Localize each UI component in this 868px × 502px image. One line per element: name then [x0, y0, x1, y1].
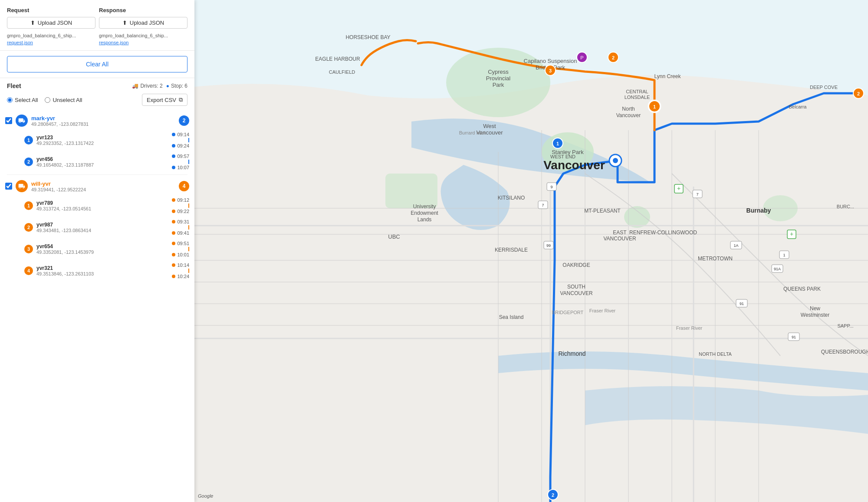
truck-icon: 🚚: [132, 83, 138, 89]
export-csv-button[interactable]: Export CSV ⧉: [142, 94, 187, 106]
svg-text:HORSESHOE BAY: HORSESHOE BAY: [345, 34, 390, 40]
driver-name-will-yvr: will-yvr: [31, 180, 175, 187]
svg-text:91A: 91A: [774, 267, 781, 271]
stop-time-end-yvr654: 10:01: [172, 252, 189, 257]
unselect-all-label[interactable]: Unselect All: [45, 97, 82, 103]
clear-all-button[interactable]: Clear All: [7, 56, 187, 72]
driver-badge-mark-yvr: 2: [179, 115, 189, 126]
time-line: [188, 138, 189, 142]
map-area[interactable]: Cypress Provincial Park HORSESHOE BAY EA…: [194, 0, 868, 502]
svg-text:2: 2: [552, 492, 554, 498]
svg-text:CENTRAL: CENTRAL: [626, 89, 648, 94]
svg-text:UBC: UBC: [388, 233, 400, 240]
stop-time-end-yvr321: 10:24: [172, 274, 189, 279]
driver-name-mark-yvr: mark-yvr: [31, 115, 175, 121]
driver-checkbox-will-yvr[interactable]: [5, 183, 12, 190]
time-dot: [172, 154, 175, 158]
svg-text:2: 2: [612, 55, 615, 60]
stop-row-yvr789[interactable]: 1yvr78949.313724, -123.051456109:1209:22: [0, 195, 194, 217]
svg-text:Vancouver: Vancouver: [616, 112, 641, 118]
stop-id-yvr987: yvr987: [36, 222, 168, 228]
svg-text:91: 91: [792, 335, 796, 339]
svg-text:3: 3: [549, 68, 552, 73]
time-dot: [172, 166, 175, 169]
time-dot: [172, 275, 175, 278]
time-dot: [172, 133, 175, 136]
svg-text:1: 1: [556, 141, 559, 146]
response-file-link[interactable]: response.json: [99, 40, 187, 45]
svg-text:7: 7: [542, 203, 544, 207]
svg-text:Richmond: Richmond: [558, 350, 585, 357]
time-dot: [172, 144, 175, 148]
select-row: Select All Unselect All Export CSV ⧉: [0, 92, 194, 109]
stop-row-yvr321[interactable]: 4yvr32149.3513846, -123.263110310:1410:2…: [0, 260, 194, 282]
stop-time-end-yvr789: 09:22: [172, 209, 189, 214]
svg-text:Park: Park: [493, 82, 504, 88]
driver-badge-will-yvr: 4: [179, 181, 189, 191]
map-svg: Cypress Provincial Park HORSESHOE BAY EA…: [194, 0, 868, 502]
stop-coords-yvr321: 49.3513846, -123.2631103: [36, 271, 168, 276]
svg-text:SAPP...: SAPP...: [837, 323, 853, 328]
svg-text:1: 1: [653, 104, 656, 109]
driver-checkbox-mark-yvr[interactable]: [5, 117, 12, 124]
time-dot: [172, 253, 175, 256]
stop-info-yvr654: yvr65449.3352081, -123.1453979: [36, 243, 168, 255]
svg-text:Fraser River: Fraser River: [589, 308, 616, 313]
google-attribution: Google: [198, 493, 213, 499]
stop-time-start-yvr789: 09:12: [172, 197, 189, 203]
fleet-title: Fleet: [7, 82, 128, 89]
svg-text:BRIDGEPORT: BRIDGEPORT: [552, 310, 584, 315]
svg-text:+: +: [790, 230, 793, 237]
stop-time-start-yvr987: 09:31: [172, 219, 189, 224]
stop-id-yvr456: yvr456: [36, 156, 168, 162]
svg-text:DEEP COVE: DEEP COVE: [810, 85, 838, 90]
stop-info-yvr987: yvr98749.343481, -123.0863414: [36, 222, 168, 233]
stop-id-yvr321: yvr321: [36, 265, 168, 271]
time-line: [188, 160, 189, 164]
upload-icon: ⬆: [30, 20, 35, 26]
stop-row-yvr987[interactable]: 2yvr98749.343481, -123.086341409:3109:41: [0, 217, 194, 238]
stop-row-yvr123[interactable]: 1yvr12349.2923352, -123.131742209:1409:2…: [0, 129, 194, 151]
response-label: Response: [99, 7, 187, 13]
select-all-radio[interactable]: [7, 97, 13, 103]
driver-coords-will-yvr: 49.319441, -122.9522224: [31, 187, 175, 192]
stop-time-end-yvr987: 09:41: [172, 230, 189, 236]
left-panel: Request ⬆ Upload JSON gmpro_load_balanci…: [0, 0, 194, 502]
unselect-all-radio[interactable]: [45, 97, 50, 103]
stop-row-yvr456[interactable]: 2yvr45649.1654802, -123.118788709:5710:0…: [0, 151, 194, 173]
upload-json-response-button[interactable]: ⬆ Upload JSON: [99, 17, 187, 29]
svg-text:New: New: [810, 305, 820, 312]
req-resp-section: Request ⬆ Upload JSON gmpro_load_balanci…: [0, 0, 194, 51]
upload-json-request-button[interactable]: ⬆ Upload JSON: [7, 17, 95, 29]
svg-text:SOUTH: SOUTH: [567, 284, 585, 290]
driver-section-will-yvr: will-yvr49.319441, -122.952222441yvr7894…: [0, 177, 194, 282]
stop-time-start-yvr123: 09:14: [172, 132, 189, 137]
select-all-label[interactable]: Select All: [7, 97, 38, 103]
upload-icon-2: ⬆: [122, 20, 127, 26]
driver-icon-will-yvr: [16, 180, 28, 192]
svg-text:P: P: [580, 55, 583, 60]
svg-point-3: [624, 206, 650, 228]
svg-text:2: 2: [857, 91, 860, 96]
svg-text:QUEENS PARK: QUEENS PARK: [783, 286, 821, 292]
location-icon: ●: [166, 83, 169, 89]
stop-row-yvr654[interactable]: 3yvr65449.3352081, -123.145397909:5110:0…: [0, 238, 194, 260]
svg-text:NORTH DELTA: NORTH DELTA: [699, 351, 732, 357]
stop-coords-yvr987: 49.343481, -123.0863414: [36, 228, 168, 233]
svg-text:VANCOUVER: VANCOUVER: [560, 290, 592, 296]
stop-info-yvr789: yvr78949.313724, -123.0514561: [36, 200, 168, 211]
stop-times-yvr456: 09:5710:07: [172, 154, 189, 170]
driver-header-mark-yvr[interactable]: mark-yvr49.2808457, -123.08278312: [0, 111, 194, 129]
svg-text:KERRISDALE: KERRISDALE: [495, 247, 528, 253]
driver-header-will-yvr[interactable]: will-yvr49.319441, -122.95222244: [0, 177, 194, 195]
time-dot: [172, 220, 175, 223]
stops-count: ● Stop: 6: [166, 83, 187, 89]
svg-text:91: 91: [740, 302, 744, 306]
svg-text:OAKRIDGE: OAKRIDGE: [562, 262, 590, 268]
request-file-link[interactable]: request.json: [7, 40, 95, 45]
svg-text:Burrard Inlet: Burrard Inlet: [459, 130, 486, 135]
response-filename: gmpro_load_balancing_6_ship...: [99, 33, 168, 38]
drivers-list: mark-yvr49.2808457, -123.082783121yvr123…: [0, 109, 194, 502]
svg-text:EAST: EAST: [613, 230, 627, 236]
request-label: Request: [7, 7, 95, 13]
